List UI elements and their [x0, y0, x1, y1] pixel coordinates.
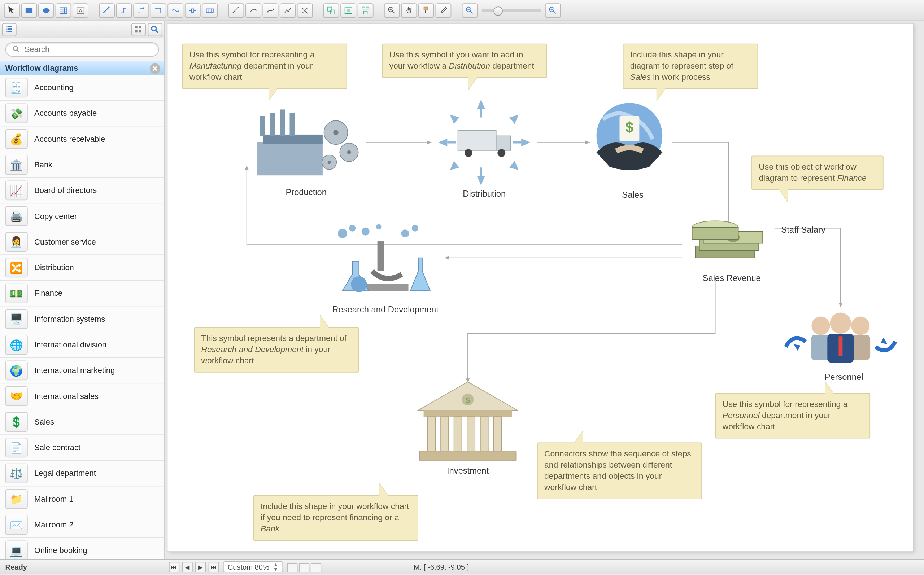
stencil-item-international-division[interactable]: 🌐International division	[0, 332, 164, 358]
zoom-slider[interactable]	[482, 9, 541, 11]
search-toggle-button[interactable]	[148, 23, 162, 36]
tree-view-button[interactable]	[2, 23, 16, 36]
line-4-button[interactable]	[280, 3, 296, 17]
text-tool-button[interactable]: A	[73, 3, 88, 17]
stencil-item-distribution[interactable]: 🔀Distribution	[0, 255, 164, 281]
sales-revenue-shape[interactable]	[689, 218, 768, 274]
svg-point-37	[347, 151, 351, 154]
pan-tool-button[interactable]	[401, 3, 417, 17]
connector-2-button[interactable]	[116, 3, 132, 17]
svg-rect-74	[420, 451, 516, 460]
page[interactable]: Production	[167, 24, 913, 551]
zoom-out-button[interactable]	[462, 3, 478, 17]
page-prev-button[interactable]: ◀	[182, 562, 193, 572]
page-tab-1[interactable]	[287, 563, 297, 572]
stencil-item-accounts-payable[interactable]: 💸Accounts payable	[0, 101, 164, 127]
svg-rect-31	[280, 109, 285, 136]
stencil-item-sale-contract[interactable]: 📄Sale contract	[0, 435, 164, 461]
stencil-item-board-of-directors[interactable]: 📈Board of directors	[0, 178, 164, 204]
page-next-button[interactable]: ▶	[195, 562, 206, 572]
stencil-item-bank[interactable]: 🏛️Bank	[0, 152, 164, 178]
svg-point-75	[811, 316, 830, 335]
stencil-icon: 💰	[5, 129, 28, 149]
stencil-icon: 🏛️	[5, 155, 28, 175]
stencil-item-label: Accounting	[34, 83, 74, 92]
stencil-list[interactable]: 🧾Accounting💸Accounts payable💰Accounts re…	[0, 75, 164, 559]
sales-revenue-label: Sales Revenue	[695, 273, 768, 283]
connector-3-button[interactable]	[133, 3, 149, 17]
page-tab-2[interactable]	[299, 563, 309, 572]
line-1-button[interactable]	[228, 3, 244, 17]
connector-7-button[interactable]	[202, 3, 218, 17]
stencil-item-accounts-receivable[interactable]: 💰Accounts receivable	[0, 127, 164, 152]
zoom-in-button[interactable]	[545, 3, 561, 17]
sales-shape[interactable]: $	[587, 100, 673, 179]
callout-personnel: Use this symbol for representing a Perso…	[716, 393, 871, 438]
eyedropper-tool-button[interactable]	[435, 3, 451, 17]
grid-view-button[interactable]	[131, 23, 146, 36]
ellipse-tool-button[interactable]	[38, 3, 54, 17]
svg-point-5	[143, 7, 145, 9]
panel-title-label: Workflow diagrams	[5, 63, 78, 73]
stencil-item-customer-service[interactable]: 👩‍💼Customer service	[0, 229, 164, 255]
zoom-readout[interactable]: Custom 80% ▲▼	[223, 561, 283, 572]
svg-point-45	[464, 149, 472, 157]
stencil-item-label: International sales	[34, 392, 99, 401]
pointer-tool-button[interactable]	[4, 3, 20, 17]
line-2-button[interactable]	[245, 3, 261, 17]
svg-rect-81	[838, 336, 843, 356]
group-3-button[interactable]	[358, 3, 374, 17]
rnd-shape[interactable]	[326, 221, 438, 300]
svg-rect-32	[289, 113, 295, 136]
page-tab-3[interactable]	[311, 563, 321, 572]
stencil-item-online-booking[interactable]: 💻Online booking	[0, 538, 164, 559]
connector-4-button[interactable]	[151, 3, 166, 17]
stencil-item-legal-department[interactable]: ⚖️Legal department	[0, 461, 164, 487]
svg-rect-43	[458, 130, 496, 151]
distribution-shape[interactable]	[432, 96, 537, 189]
sales-label: Sales	[606, 190, 659, 200]
stencil-icon: 💸	[5, 103, 28, 123]
svg-rect-21	[135, 26, 137, 28]
stencil-item-international-sales[interactable]: 🤝International sales	[0, 384, 164, 410]
stencil-item-label: International division	[34, 340, 107, 349]
svg-point-58	[362, 228, 370, 235]
group-1-button[interactable]	[323, 3, 339, 17]
panel-close-button[interactable]: ✕	[150, 63, 160, 74]
zoom-stepper-icon[interactable]: ▲▼	[273, 562, 278, 572]
personnel-shape[interactable]	[784, 307, 897, 373]
stencil-item-label: Legal department	[34, 469, 96, 478]
line-5-button[interactable]	[297, 3, 313, 17]
stencil-item-information-systems[interactable]: 🖥️Information systems	[0, 307, 164, 332]
svg-point-38	[328, 160, 331, 164]
stencil-item-sales[interactable]: 💲Sales	[0, 410, 164, 435]
connector-6-button[interactable]	[185, 3, 201, 17]
canvas-scroll[interactable]: Production	[165, 21, 924, 559]
stencil-icon: 📁	[5, 489, 28, 509]
line-3-button[interactable]	[263, 3, 278, 17]
table-tool-button[interactable]	[56, 3, 72, 17]
page-first-button[interactable]: ⏮	[169, 562, 180, 572]
stencil-item-mailroom-2[interactable]: ✉️Mailroom 2	[0, 512, 164, 538]
rect-tool-button[interactable]	[21, 3, 37, 17]
investment-shape[interactable]: $	[412, 378, 524, 464]
stencil-item-mailroom-1[interactable]: 📁Mailroom 1	[0, 487, 164, 512]
stencil-item-finance[interactable]: 💵Finance	[0, 281, 164, 307]
svg-rect-55	[692, 228, 738, 240]
connector-1-button[interactable]	[99, 3, 115, 17]
production-shape[interactable]	[250, 103, 363, 182]
page-last-button[interactable]: ⏭	[208, 562, 219, 572]
connector-5-button[interactable]	[167, 3, 183, 17]
stencil-item-label: Mailroom 2	[34, 520, 74, 529]
stencil-item-international-marketing[interactable]: 🌍International marketing	[0, 358, 164, 384]
group-2-button[interactable]	[340, 3, 356, 17]
stencil-item-copy-center[interactable]: 🖨️Copy center	[0, 204, 164, 229]
sidebar-search[interactable]	[5, 42, 159, 57]
svg-point-60	[401, 229, 409, 237]
zoom-in-tool-button[interactable]	[384, 3, 400, 17]
svg-rect-20	[8, 31, 12, 32]
stencil-item-accounting[interactable]: 🧾Accounting	[0, 75, 164, 101]
paint-tool-button[interactable]	[418, 3, 434, 17]
stencil-icon: 👩‍💼	[5, 232, 28, 252]
search-input[interactable]	[25, 45, 152, 54]
